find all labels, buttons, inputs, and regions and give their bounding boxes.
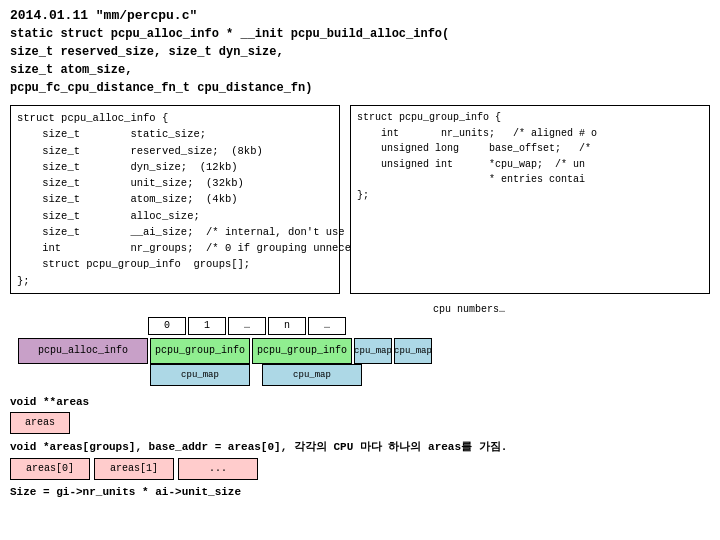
size-line: Size = gi->nr_units * ai->unit_size [10, 486, 710, 498]
areas-1-box: areas[1] [94, 458, 174, 480]
group-info-2-box: pcpu_group_info [252, 338, 352, 364]
code-box-left: struct pcpu_alloc_info { size_t static_s… [10, 105, 340, 294]
areas-dots-box: ... [178, 458, 258, 480]
areas-box: areas [10, 412, 70, 434]
areas-description: void *areas[groups], base_addr = areas[0… [10, 439, 710, 454]
cpu-numbers-label: cpu numbers… [433, 304, 505, 315]
cpu-map-box-1: cpu_map [354, 338, 392, 364]
cpu-map-box-4: cpu_map [262, 364, 362, 386]
title-line: 2014.01.11 "mm/percpu.c" [10, 8, 710, 23]
cpu-num-1: 1 [188, 317, 226, 335]
areas-0-box: areas[0] [10, 458, 90, 480]
code-box-right: struct pcpu_group_info { int nr_units; /… [350, 105, 710, 294]
cpu-num-dots2: … [308, 317, 346, 335]
cpu-num-n: n [268, 317, 306, 335]
cpu-map-box-2: cpu_map [394, 338, 432, 364]
group-info-1-box: pcpu_group_info [150, 338, 250, 364]
cpu-map-box-3: cpu_map [150, 364, 250, 386]
cpu-num-0: 0 [148, 317, 186, 335]
function-signature: static struct pcpu_alloc_info * __init p… [10, 25, 710, 97]
cpu-num-dots: … [228, 317, 266, 335]
alloc-info-box: pcpu_alloc_info [18, 338, 148, 364]
void-areas-label: void **areas [10, 396, 710, 408]
